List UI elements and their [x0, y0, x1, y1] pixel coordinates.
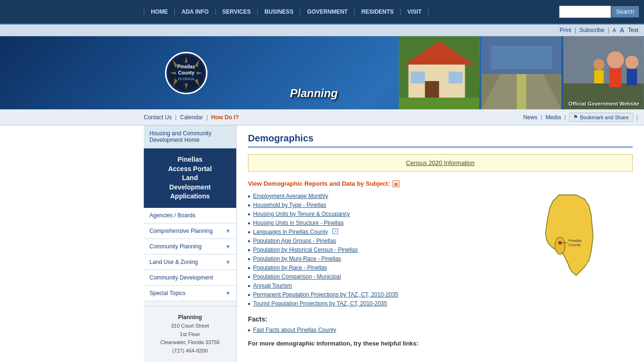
news-link[interactable]: News: [523, 114, 537, 121]
link-historical-census[interactable]: Population by Historical Census - Pinell…: [253, 247, 358, 253]
facts-links: Fast Facts about Pinellas County: [248, 327, 529, 333]
links-list: Employment Average Monthly Household by …: [248, 193, 529, 347]
sidebar-item-agencies-label: Agencies / Boards: [149, 212, 195, 219]
media-link[interactable]: Media: [545, 114, 561, 121]
address-line3: Clearwater, Florida 33756: [160, 339, 220, 345]
link-muni-race[interactable]: Population by Muni-Race - Pinellas: [253, 255, 341, 262]
portal-line1: Pinellas: [178, 156, 203, 163]
banner-photos: [399, 36, 644, 109]
facts-heading: Facts:: [248, 315, 529, 323]
demographic-header-text: View Demographic Reports and Data by Sub…: [248, 180, 390, 187]
svg-rect-24: [491, 46, 552, 69]
external-link-icon: ↗: [332, 229, 338, 234]
nav-home[interactable]: HOME: [144, 8, 175, 15]
contact-us-link[interactable]: Contact Us: [144, 114, 172, 121]
demographic-header: View Demographic Reports and Data by Sub…: [248, 180, 633, 187]
sidebar-item-community-planning[interactable]: Community Planning ▼: [144, 239, 236, 255]
svg-text:FLORIDA: FLORIDA: [178, 77, 195, 81]
sidebar-item-community-planning-label: Community Planning: [149, 243, 202, 250]
nav-residents[interactable]: RESIDENTS: [355, 8, 401, 15]
nav-links: HOME ADA INFO SERVICES BUSINESS GOVERNME…: [144, 8, 559, 15]
link-population-race[interactable]: Population by Race - Pinellas: [253, 264, 327, 271]
link-languages[interactable]: Languages in Pinellas County: [253, 229, 328, 235]
list-item-4: Languages in Pinellas County ↗: [248, 229, 529, 235]
secondary-nav: Contact Us | Calendar | How Do I? News |…: [0, 109, 644, 125]
nav-government[interactable]: GOVERNMENT: [300, 8, 355, 15]
nav-visit[interactable]: VISIT: [401, 8, 429, 15]
text-label: Text: [628, 27, 638, 33]
subscribe-link[interactable]: Subscribe: [579, 27, 604, 33]
address-line1: 310 Court Street: [171, 323, 209, 329]
sidebar-item-special-topics[interactable]: Special Topics ▼: [144, 286, 236, 301]
bookmark-button[interactable]: ⚑ Bookmark and Share: [569, 113, 633, 122]
address-box: Planning 310 Court Street 1st Floor Clea…: [144, 306, 236, 362]
list-item-1: Household by Type - Pinellas: [248, 202, 529, 208]
housing-home-link[interactable]: Housing and Community Development Home: [144, 125, 236, 148]
sep5: |: [636, 114, 638, 121]
svg-marker-33: [545, 195, 593, 276]
how-do-i-link[interactable]: How Do I?: [211, 114, 239, 121]
link-employment[interactable]: Employment Average Monthly: [253, 193, 328, 199]
photo-road: [481, 36, 562, 109]
svg-text:County: County: [178, 70, 195, 75]
link-age-groups[interactable]: Population Age Groups - Pinellas: [253, 238, 336, 244]
portal-box[interactable]: Pinellas Access Portal Land Development …: [144, 148, 236, 208]
chevron-down-icon-4: ▼: [225, 290, 231, 296]
search-input[interactable]: [559, 6, 611, 18]
sep2: |: [206, 114, 207, 121]
nav-ada[interactable]: ADA INFO: [175, 8, 216, 15]
sidebar-item-community-dev[interactable]: Community Development: [144, 270, 236, 286]
sidebar-item-land-use[interactable]: Land Use & Zoning ▼: [144, 255, 236, 270]
photo-people: [563, 36, 644, 109]
svg-text:Pinellas: Pinellas: [569, 239, 582, 243]
portal-line5: Applications: [170, 192, 210, 200]
site-banner: Pinellas County FLORIDA Planning: [0, 36, 644, 109]
sidebar-item-land-use-label: Land Use & Zoning: [149, 259, 198, 265]
svg-point-31: [594, 59, 605, 70]
svg-text:Pinellas: Pinellas: [177, 64, 195, 69]
page-title: Demographics: [248, 133, 633, 148]
search-area: Search: [559, 6, 639, 18]
link-tourist-projections[interactable]: Tourist Population Projections by TAZ, C…: [253, 300, 387, 307]
link-housing-structure[interactable]: Housing Units in Structure - Pinellas: [253, 220, 344, 226]
nav-services[interactable]: SERVICES: [216, 8, 258, 15]
portal-line3: Land: [182, 174, 198, 181]
link-annual-tourism[interactable]: Annual Tourism: [253, 282, 292, 289]
chevron-down-icon: ▼: [225, 228, 231, 234]
census-link[interactable]: Census 2020 Information: [406, 159, 474, 166]
calendar-link[interactable]: Calendar: [180, 114, 203, 121]
nav-business[interactable]: BUSINESS: [258, 8, 300, 15]
list-item-6: Population by Historical Census - Pinell…: [248, 247, 529, 253]
link-permanent-projections[interactable]: Permanent Population Projections by TAZ,…: [253, 291, 398, 298]
bookmark-label: Bookmark and Share: [580, 115, 628, 120]
address-title: Planning: [178, 314, 202, 321]
logo-area: Pinellas County FLORIDA Planning: [144, 36, 229, 109]
photo-house: [399, 36, 479, 109]
print-link[interactable]: Print: [560, 27, 571, 33]
secondary-right-links: News | Media | ⚑ Bookmark and Share |: [523, 113, 639, 122]
search-button[interactable]: Search: [611, 6, 639, 18]
sep3: |: [541, 114, 542, 121]
list-item-12: Tourist Population Projections by TAZ, C…: [248, 300, 529, 307]
link-housing-tenure[interactable]: Housing Units by Tenure & Occupancy: [253, 211, 350, 217]
sidebar-item-agencies[interactable]: Agencies / Boards: [144, 208, 236, 223]
census-box: Census 2020 Information: [248, 154, 633, 172]
link-household[interactable]: Household by Type - Pinellas: [253, 202, 326, 208]
logo-circle: Pinellas County FLORIDA: [165, 52, 207, 94]
facts-list-item: Fast Facts about Pinellas County: [248, 327, 529, 333]
fast-facts-link[interactable]: Fast Facts about Pinellas County: [253, 327, 336, 333]
official-text: Official Government Website: [569, 101, 639, 107]
list-item-10: Annual Tourism: [248, 282, 529, 289]
text-large-link[interactable]: A: [620, 26, 624, 34]
link-population-comparison[interactable]: Population Comparison - Municipal: [253, 273, 341, 280]
sidebar-item-comprehensive[interactable]: Comprehensive Planning ▼: [144, 223, 236, 239]
content-area: Employment Average Monthly Household by …: [248, 193, 633, 347]
list-item-9: Population Comparison - Municipal: [248, 273, 529, 280]
text-small-link[interactable]: A: [612, 27, 616, 33]
list-item-0: Employment Average Monthly: [248, 193, 529, 199]
list-item-7: Population by Muni-Race - Pinellas: [248, 255, 529, 262]
sep1: |: [175, 114, 176, 121]
svg-rect-28: [610, 68, 622, 87]
address-line4: (727) 464-8200: [172, 348, 207, 354]
portal-line2: Access Portal: [168, 165, 212, 173]
